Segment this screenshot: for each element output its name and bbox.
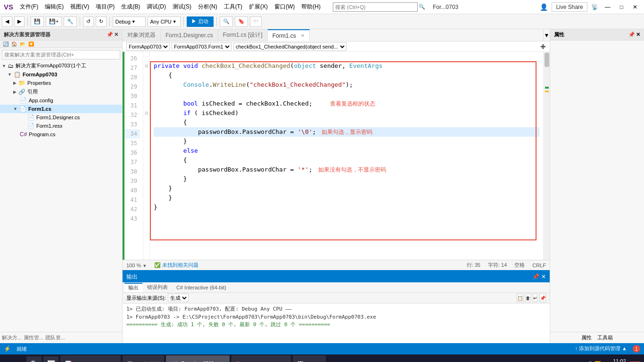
start-button[interactable]: ⊞ — [2, 354, 25, 362]
code-line-37[interactable]: { — [154, 156, 539, 165]
maximize-button[interactable]: □ — [617, 4, 626, 10]
taskbar-formapp[interactable]: VS FormApp0703 —... — [166, 355, 230, 362]
taskbar-taskview[interactable]: ⬜ — [43, 356, 58, 362]
filter-icon[interactable]: 🔽 — [27, 41, 35, 47]
footer-tab-properties[interactable]: 属性管... — [24, 334, 43, 341]
menu-edit[interactable]: 编辑(E) — [42, 2, 66, 12]
close-props-icon[interactable]: ✕ — [636, 32, 640, 38]
output-clear-btn[interactable]: 🗑 — [525, 294, 531, 302]
tree-item-programcs[interactable]: C# Program.cs — [0, 130, 122, 139]
code-line-30[interactable] — [154, 90, 539, 99]
output-tab-interactive[interactable]: C# Interactive (64-bit) — [173, 283, 230, 292]
pin-panel-icon[interactable]: 📌 — [532, 273, 539, 280]
code-line-28[interactable]: { — [154, 71, 539, 80]
menu-test[interactable]: 测试(S) — [170, 2, 194, 12]
taskbar-textbox[interactable]: 📝 TextBoxPasswo... — [60, 355, 121, 362]
menu-help[interactable]: 帮助(H) — [298, 2, 323, 12]
minimize-button[interactable]: — — [602, 4, 613, 10]
footer-tab-solution[interactable]: 解决方... — [2, 334, 22, 341]
method-dropdown[interactable]: checkBox1_CheckedChanged(object send... — [233, 42, 347, 51]
namespace-dropdown[interactable]: FormApp0703 — [126, 42, 170, 51]
nav-back-button[interactable]: ◀ — [2, 16, 12, 27]
tab-scroll-right[interactable]: ▼ — [543, 29, 550, 41]
tab-form1designer[interactable]: Form1.Designer.cs — [161, 29, 218, 41]
code-line-27[interactable]: private void checkBox1_CheckedChanged ( … — [154, 61, 539, 71]
search-input[interactable] — [333, 2, 418, 12]
toolbar-more-btn[interactable]: ⋯ — [250, 16, 262, 27]
tree-item-form1cs[interactable]: ▼ 📄 Form1.cs — [0, 105, 122, 113]
taskbar-search[interactable]: 🔍 — [26, 356, 41, 362]
code-line-40[interactable]: } — [154, 184, 539, 193]
notification-icon[interactable]: 1 — [633, 345, 640, 353]
start-debug-button[interactable]: ▶ 启动 — [187, 16, 213, 27]
system-clock[interactable]: 11:02 2020/2/14 — [603, 358, 626, 362]
toolbar-icon1[interactable]: 🔧 — [64, 16, 77, 27]
menu-tools[interactable]: 工具(T) — [221, 2, 245, 12]
liveshare-button[interactable]: Live Share — [552, 2, 587, 12]
code-line-42[interactable]: } — [154, 203, 539, 212]
tree-item-solution[interactable]: ▼ 🗂 解决方案'FormApp0703'(1个工 — [0, 61, 122, 70]
toolbar-search-btn[interactable]: 🔍 — [220, 16, 233, 27]
output-tab-output[interactable]: 输出 — [124, 283, 142, 292]
footer-tab-team[interactable]: 团队资... — [45, 334, 65, 341]
add-icon[interactable]: ✚ — [540, 43, 546, 50]
undo-button[interactable]: ↺ — [83, 16, 94, 27]
menu-debug[interactable]: 调试(D) — [144, 2, 169, 12]
code-line-34[interactable]: passwordBox.PasswordChar = '\0' ; 如果勾选，显… — [154, 127, 539, 137]
code-line-36[interactable]: else — [154, 146, 539, 156]
nav-forward-button[interactable]: ▶ — [14, 16, 25, 27]
share-icon[interactable]: 📡 — [591, 4, 598, 10]
code-line-29[interactable]: Console . WriteLine ( "checkBox1_Checked… — [154, 80, 539, 90]
close-panel-icon[interactable]: ✕ — [541, 273, 546, 280]
sync-icon[interactable]: 🔄 — [2, 41, 9, 47]
menu-extensions[interactable]: 扩展(X) — [246, 2, 271, 12]
toolbar-save-button[interactable]: 💾 — [31, 16, 44, 27]
code-line-32[interactable]: if ( isChecked) — [154, 108, 539, 118]
tree-item-refs[interactable]: ▶ 🔗 引用 — [0, 87, 122, 96]
output-wrap-btn[interactable]: ↵ — [533, 294, 537, 302]
user-profile-icon[interactable]: 👤 — [540, 3, 548, 11]
tree-item-properties[interactable]: ▶ 📁 Properties — [0, 79, 122, 87]
debug-config-dropdown[interactable]: Debug ▼ — [113, 16, 146, 27]
sidebar-close-icon[interactable]: ✕ — [114, 32, 118, 38]
fold-27[interactable]: ⊟ — [145, 64, 149, 68]
tab-object-browser[interactable]: 对象浏览器 — [123, 29, 161, 41]
menu-analyze[interactable]: 分析(N) — [195, 2, 220, 12]
toolbox-tab[interactable]: 工具箱 — [597, 334, 613, 341]
taskbar-winform[interactable]: P WinForm_A_07_... — [231, 355, 291, 362]
code-line-39[interactable]: } — [154, 174, 539, 184]
tab-form1-design[interactable]: Form1.cs [设计] — [218, 29, 268, 41]
code-line-26[interactable] — [154, 52, 539, 61]
tree-item-form1resx[interactable]: 📄 Form1.resx — [0, 122, 122, 130]
add-to-source-btn[interactable]: ↑ 添加到源代码管理 ▲ — [575, 345, 627, 353]
code-line-41[interactable]: } — [154, 193, 539, 203]
tree-item-form1designer[interactable]: 📄 Form1.Designer.cs — [0, 113, 122, 122]
platform-dropdown[interactable]: Any CPU ▼ — [148, 16, 181, 27]
code-line-43[interactable] — [154, 212, 539, 222]
menu-file[interactable]: 文件(F) — [17, 2, 41, 12]
menu-build[interactable]: 生成(B) — [118, 2, 143, 12]
fold-32[interactable]: ⊟ — [145, 111, 149, 115]
toolbar-bookmark-btn[interactable]: 🔖 — [235, 16, 248, 27]
refresh-icon[interactable]: 🏠 — [10, 41, 18, 47]
tab-form1cs[interactable]: Form1.cs ✕ — [268, 29, 310, 41]
pin-icon[interactable]: 📌 — [107, 32, 113, 38]
code-line-33[interactable]: { — [154, 118, 539, 127]
toolbar-save-all-button[interactable]: 💾+ — [46, 16, 62, 27]
code-line-38[interactable]: passwordBox.PasswordChar = '*' ; 如果没有勾选，… — [154, 165, 539, 174]
output-tab-errors[interactable]: 错误列表 — [143, 283, 172, 292]
taskbar-form1[interactable]: 🖼 Form1 — [293, 355, 326, 362]
tab-close-icon[interactable]: ✕ — [301, 33, 305, 38]
code-line-31[interactable]: bool isChecked = checkBox1.Checked; 查看复选… — [154, 99, 539, 108]
vertical-scrollbar[interactable] — [543, 52, 550, 260]
tree-item-formapp[interactable]: ▼ 📋 FormApp0703 — [0, 70, 122, 79]
class-dropdown[interactable]: FormApp0703.Form1 — [172, 42, 231, 51]
menu-project[interactable]: 项目(P) — [93, 2, 117, 12]
scrollbar-thumb[interactable] — [545, 53, 549, 67]
menu-window[interactable]: 窗口(W) — [272, 2, 297, 12]
code-content[interactable]: private void checkBox1_CheckedChanged ( … — [150, 52, 543, 260]
code-line-35[interactable]: } — [154, 137, 539, 146]
sidebar-search-input[interactable] — [2, 50, 120, 59]
props-tab[interactable]: 属性 — [581, 334, 592, 341]
output-source-dropdown[interactable]: 生成 — [168, 294, 189, 302]
